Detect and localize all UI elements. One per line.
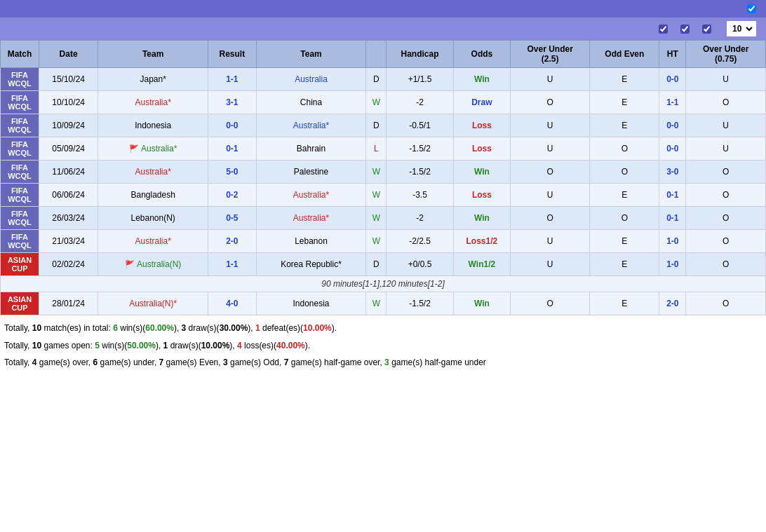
match-type-cell: FIFAWCQL bbox=[1, 207, 39, 230]
team1-cell[interactable]: Australia* bbox=[98, 230, 208, 253]
over-under-075-cell: O bbox=[686, 207, 766, 230]
odd-even-cell: E bbox=[590, 230, 659, 253]
team1-cell[interactable]: Australia(N)* bbox=[98, 292, 208, 315]
odd-even-cell: E bbox=[590, 253, 659, 276]
over-under-075-cell: U bbox=[686, 68, 766, 91]
team1-cell[interactable]: Lebanon(N) bbox=[98, 207, 208, 230]
team1-cell[interactable]: Australia* bbox=[98, 161, 208, 184]
team2-cell[interactable]: Korea Republic* bbox=[256, 253, 366, 276]
result-cell[interactable]: 4-0 bbox=[208, 292, 257, 315]
dw-cell: W bbox=[366, 91, 387, 114]
odds-cell: Win bbox=[453, 292, 510, 315]
dw-cell: W bbox=[366, 161, 387, 184]
summary-line-2: Totally, 10 games open: 5 win(s)(50.00%)… bbox=[4, 339, 762, 354]
over-under-25-cell: O bbox=[510, 292, 589, 315]
table-row: FIFAWCQL10/10/24Australia*3-1ChinaW-2Dra… bbox=[1, 91, 766, 114]
dw-cell: L bbox=[366, 137, 387, 161]
over-under-25-cell: U bbox=[510, 68, 589, 91]
over-under-25-cell: U bbox=[510, 184, 589, 207]
result-cell[interactable]: 0-2 bbox=[208, 184, 257, 207]
match-type-cell: FIFAWCQL bbox=[1, 137, 39, 161]
date-cell: 10/10/24 bbox=[39, 91, 98, 114]
over-under-25-cell: U bbox=[510, 253, 589, 276]
odd-even-cell: E bbox=[590, 184, 659, 207]
team1-cell[interactable]: Indonesia bbox=[98, 114, 208, 137]
ht-cell: 1-0 bbox=[659, 230, 686, 253]
team1-cell[interactable]: Japan* bbox=[98, 68, 208, 91]
team2-cell[interactable]: Bahrain bbox=[256, 137, 366, 161]
table-row: FIFAWCQL05/09/24🚩 Australia*0-1BahrainL-… bbox=[1, 137, 766, 161]
odd-even-cell: E bbox=[590, 114, 659, 137]
dw-cell: W bbox=[366, 184, 387, 207]
col-match: Match bbox=[1, 41, 39, 68]
summary-line-3: Totally, 4 game(s) over, 6 game(s) under… bbox=[4, 355, 762, 371]
col-handicap: Handicap bbox=[387, 41, 454, 68]
ht-cell: 0-0 bbox=[659, 68, 686, 91]
result-cell[interactable]: 1-1 bbox=[208, 68, 257, 91]
ht-cell: 2-0 bbox=[659, 292, 686, 315]
table-row: FIFAWCQL06/06/24Bangladesh0-2Australia*W… bbox=[1, 184, 766, 207]
table-row: FIFAWCQL21/03/24Australia*2-0LebanonW-2/… bbox=[1, 230, 766, 253]
team1-cell[interactable]: Bangladesh bbox=[98, 184, 208, 207]
over-under-25-cell: U bbox=[510, 230, 589, 253]
odd-even-cell: O bbox=[590, 137, 659, 161]
last-games-select[interactable]: 5 10 15 20 25 30 bbox=[727, 21, 756, 36]
team2-cell[interactable]: China bbox=[256, 91, 366, 114]
match-type-cell: FIFAWCQL bbox=[1, 114, 39, 137]
table-row: FIFAWCQL10/09/24Indonesia0-0Australia*D-… bbox=[1, 114, 766, 137]
team2-cell[interactable]: Australia* bbox=[256, 184, 366, 207]
match-type-cell: FIFAWCQL bbox=[1, 184, 39, 207]
col-over-under-25: Over Under(2.5) bbox=[510, 41, 589, 68]
filter-asian-cup[interactable] bbox=[702, 25, 714, 34]
over-under-075-cell: O bbox=[686, 91, 766, 114]
odd-even-cell: O bbox=[590, 161, 659, 184]
result-cell[interactable]: 5-0 bbox=[208, 161, 257, 184]
col-date: Date bbox=[39, 41, 98, 68]
col-ht: HT bbox=[659, 41, 686, 68]
result-cell[interactable]: 2-0 bbox=[208, 230, 257, 253]
team1-cell[interactable]: 🚩 Australia* bbox=[98, 137, 208, 161]
display-notes-toggle[interactable] bbox=[747, 4, 759, 13]
filter-fifa-wcql[interactable] bbox=[680, 25, 692, 34]
ht-cell: 0-1 bbox=[659, 207, 686, 230]
table-row: ASIANCUP02/02/24🚩 Australia(N)1-1Korea R… bbox=[1, 253, 766, 276]
handicap-cell: +1/1.5 bbox=[387, 68, 454, 91]
handicap-cell: -1.5/2 bbox=[387, 292, 454, 315]
ht-cell: 1-0 bbox=[659, 253, 686, 276]
table-row: FIFAWCQL15/10/24Japan*1-1AustraliaD+1/1.… bbox=[1, 68, 766, 91]
odd-even-cell: E bbox=[590, 292, 659, 315]
scores-table: Match Date Team Result Team Handicap Odd… bbox=[0, 40, 766, 315]
ht-cell: 0-1 bbox=[659, 184, 686, 207]
result-cell[interactable]: 1-1 bbox=[208, 253, 257, 276]
result-cell[interactable]: 0-1 bbox=[208, 137, 257, 161]
ht-cell: 3-0 bbox=[659, 161, 686, 184]
date-cell: 26/03/24 bbox=[39, 207, 98, 230]
odd-even-cell: E bbox=[590, 91, 659, 114]
match-type-cell: ASIANCUP bbox=[1, 253, 39, 276]
over-under-25-cell: U bbox=[510, 114, 589, 137]
ht-cell: 0-0 bbox=[659, 114, 686, 137]
team2-cell[interactable]: Lebanon bbox=[256, 230, 366, 253]
team1-cell[interactable]: Australia* bbox=[98, 91, 208, 114]
odd-even-cell: E bbox=[590, 68, 659, 91]
team2-cell[interactable]: Australia* bbox=[256, 114, 366, 137]
dw-cell: W bbox=[366, 230, 387, 253]
date-cell: 05/09/24 bbox=[39, 137, 98, 161]
result-cell[interactable]: 0-0 bbox=[208, 114, 257, 137]
result-cell[interactable]: 3-1 bbox=[208, 91, 257, 114]
over-under-075-cell: O bbox=[686, 184, 766, 207]
team1-cell[interactable]: 🚩 Australia(N) bbox=[98, 253, 208, 276]
odds-cell: Win bbox=[453, 207, 510, 230]
result-cell[interactable]: 0-5 bbox=[208, 207, 257, 230]
team2-cell[interactable]: Australia bbox=[256, 68, 366, 91]
date-cell: 06/06/24 bbox=[39, 184, 98, 207]
team2-cell[interactable]: Palestine bbox=[256, 161, 366, 184]
handicap-cell: -0.5/1 bbox=[387, 114, 454, 137]
over-under-25-cell: O bbox=[510, 207, 589, 230]
team2-cell[interactable]: Australia* bbox=[256, 207, 366, 230]
table-header-row: Match Date Team Result Team Handicap Odd… bbox=[1, 41, 766, 68]
col-team2: Team bbox=[256, 41, 366, 68]
filter-interf[interactable] bbox=[659, 25, 671, 34]
table-row: ASIANCUP28/01/24Australia(N)*4-0Indonesi… bbox=[1, 292, 766, 315]
team2-cell[interactable]: Indonesia bbox=[256, 292, 366, 315]
